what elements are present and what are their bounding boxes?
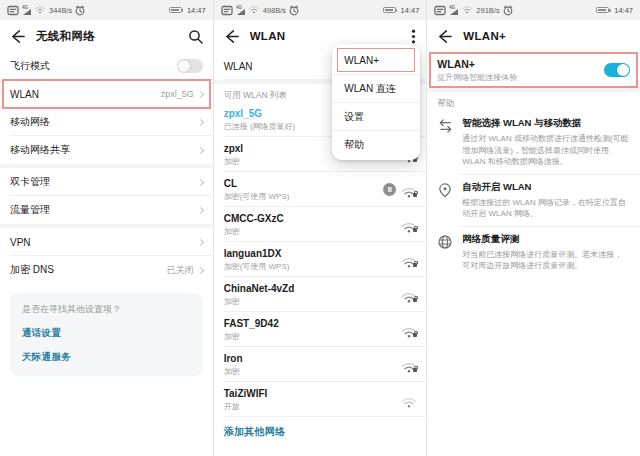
wifi-row-cl[interactable]: CL 加密(可使用 WPS) Ⅱ xyxy=(214,172,427,207)
lock-icon xyxy=(413,333,417,337)
menu-item-label: 帮助 xyxy=(344,138,364,152)
row-label: 飞行模式 xyxy=(10,59,50,73)
wifi-signal-icon xyxy=(402,184,416,196)
row-data-usage[interactable]: 流量管理 xyxy=(0,196,213,224)
wifi-row-cmcc[interactable]: CMCC-GXzC 加密 xyxy=(214,207,427,242)
ssid-status: 加密 xyxy=(224,331,279,342)
wifi-signal-icon xyxy=(402,219,416,231)
ssid-label: ChinaNet-4vZd xyxy=(224,283,295,294)
status-time: 14:47 xyxy=(614,6,633,15)
lock-icon xyxy=(413,368,417,372)
wifi-row-languan[interactable]: languan1DX 加密(可使用 WPS) xyxy=(214,242,427,277)
row-label: VPN xyxy=(10,237,31,248)
row-value: zpxl_5G xyxy=(161,89,194,99)
ssid-label: zpxl_5G xyxy=(224,108,296,119)
search-icon[interactable] xyxy=(188,29,203,44)
help-item-auto-enable: 自动开启 WLAN 根据连接过的 WLAN 网络记录，在特定位置自动开启 WLA… xyxy=(427,174,640,226)
app-bar: 无线和网络 xyxy=(0,20,213,52)
row-wlan[interactable]: WLAN zpxl_5G xyxy=(0,80,213,108)
app-bar: WLAN+ xyxy=(427,20,640,52)
back-icon[interactable] xyxy=(10,29,25,44)
row-dual-sim[interactable]: 双卡管理 xyxy=(0,168,213,196)
wifi-status-icon xyxy=(35,6,45,14)
chevron-right-icon xyxy=(197,146,204,153)
overflow-menu-icon[interactable] xyxy=(411,29,416,44)
row-label: 加密 DNS xyxy=(10,263,54,277)
row-label: 移动网络共享 xyxy=(10,143,70,157)
network-speed: 498B/s xyxy=(263,6,286,15)
row-mobile-network[interactable]: 移动网络 xyxy=(0,108,213,136)
mobile-signal-icon xyxy=(236,4,246,16)
menu-item-help[interactable]: 帮助 xyxy=(332,130,420,158)
alarm-icon xyxy=(289,5,299,16)
ssid-status: 加密 xyxy=(224,366,243,377)
wifi-signal-icon xyxy=(402,359,416,371)
chevron-right-icon xyxy=(197,266,204,273)
ssid-status: 已连接 (网络质量好) xyxy=(224,121,296,132)
overflow-dropdown-menu: WLAN+ WLAN 直连 设置 帮助 xyxy=(332,44,420,160)
alarm-icon xyxy=(75,5,85,16)
wifi-signal-icon xyxy=(402,324,416,336)
battery-icon xyxy=(169,7,182,14)
row-label: WLAN xyxy=(224,61,253,72)
ssid-label: zpxl xyxy=(224,143,243,154)
suggestion-card: 是否在寻找其他设置项？ 通话设置 天际通服务 xyxy=(10,293,203,376)
row-label: 流量管理 xyxy=(10,203,50,217)
alarm-icon xyxy=(503,5,513,16)
row-label: 双卡管理 xyxy=(10,175,50,189)
menu-item-label: WLAN 直连 xyxy=(344,82,396,96)
add-network-link[interactable]: 添加其他网络 xyxy=(214,417,427,447)
row-vpn[interactable]: VPN xyxy=(0,228,213,256)
ssid-status: 加密(可使用 WPS) xyxy=(224,261,290,272)
row-airplane-mode[interactable]: 飞行模式 xyxy=(0,52,213,80)
location-pin-icon xyxy=(437,181,453,220)
ssid-label: languan1DX xyxy=(224,248,290,259)
lock-icon xyxy=(413,193,417,197)
status-bar: 498B/s 14:47 xyxy=(214,0,427,20)
help-item-title: 自动开启 WLAN xyxy=(462,181,630,194)
help-item-quality-check: 网络质量评测 对当前已连接网络进行质量评测。若未连接，可对周边开放网络进行质量评… xyxy=(427,226,640,278)
ssid-label: TaiZiWIFI xyxy=(224,388,268,399)
row-label: WLAN xyxy=(10,89,39,100)
globe-icon xyxy=(437,233,453,272)
status-bar: 291B/s 14:47 xyxy=(427,0,640,20)
lock-icon xyxy=(413,263,417,267)
menu-item-wlan-plus[interactable]: WLAN+ xyxy=(332,46,420,74)
screen-wlan: 498B/s 14:47 WLAN WLAN 可用 WLAN 列表 zpxl_5… xyxy=(213,0,427,456)
help-item-title: 网络质量评测 xyxy=(462,233,630,246)
menu-item-wlan-direct[interactable]: WLAN 直连 xyxy=(332,74,420,102)
wifi-row-chinanet[interactable]: ChinaNet-4vZd 加密 xyxy=(214,277,427,312)
help-item-desc: 根据连接过的 WLAN 网络记录，在特定位置自动开启 WLAN 网络。 xyxy=(462,197,630,220)
battery-icon xyxy=(383,7,396,14)
ssid-label: CL xyxy=(224,178,290,189)
help-section-label: 帮助 xyxy=(427,92,640,110)
row-encrypted-dns[interactable]: 加密 DNS 已关闭 xyxy=(0,256,213,284)
ssid-status: 加密 xyxy=(224,156,243,167)
chevron-right-icon xyxy=(197,238,204,245)
network-speed: 344B/s xyxy=(49,6,72,15)
sms-icon xyxy=(221,5,233,16)
screen-wireless-networks: 344B/s 14:47 无线和网络 飞行模式 WLAN zpxl_5G 移动网… xyxy=(0,0,213,456)
wifi-row-taizi[interactable]: TaiZiWIFI 开放 xyxy=(214,382,427,417)
sms-icon xyxy=(7,5,19,16)
page-title: 无线和网络 xyxy=(36,29,95,44)
wifi-row-iron[interactable]: Iron 加密 xyxy=(214,347,427,382)
page-title: WLAN+ xyxy=(463,30,506,42)
link-call-settings[interactable]: 通话设置 xyxy=(22,327,191,340)
triptych-screenshots: 344B/s 14:47 无线和网络 飞行模式 WLAN zpxl_5G 移动网… xyxy=(0,0,640,456)
airplane-toggle[interactable] xyxy=(177,59,203,73)
page-title: WLAN xyxy=(250,30,286,42)
wifi-row-fast[interactable]: FAST_9D42 加密 xyxy=(214,312,427,347)
row-tethering[interactable]: 移动网络共享 xyxy=(0,136,213,164)
wifi-status-icon xyxy=(462,6,472,14)
battery-icon xyxy=(596,7,609,14)
wlan-plus-toggle[interactable] xyxy=(604,63,630,77)
row-subtitle: 提升网络智能连接体验 xyxy=(437,72,517,83)
wifi-signal-icon xyxy=(402,289,416,301)
back-icon[interactable] xyxy=(437,29,452,44)
status-time: 14:47 xyxy=(401,6,420,15)
back-icon[interactable] xyxy=(224,29,239,44)
link-skytone[interactable]: 天际通服务 xyxy=(22,351,191,364)
menu-item-settings[interactable]: 设置 xyxy=(332,102,420,130)
row-wlan-plus-toggle[interactable]: WLAN+ 提升网络智能连接体验 xyxy=(427,52,640,88)
